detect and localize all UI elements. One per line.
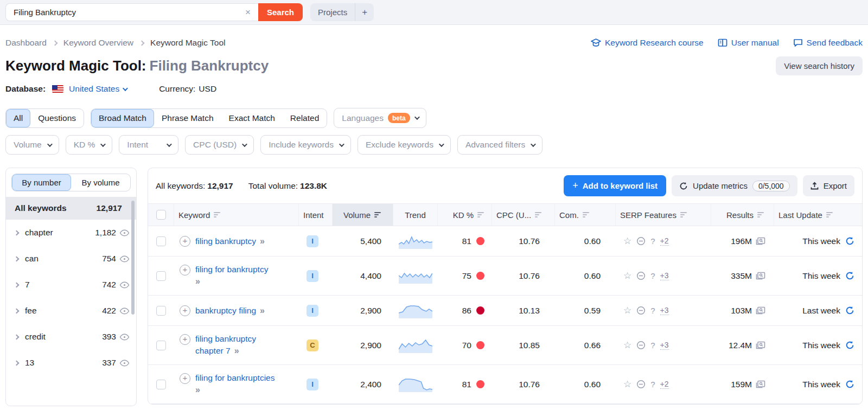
col-last-update[interactable]: Last Update <box>774 204 862 226</box>
chevron-right-icon[interactable] <box>14 282 20 287</box>
row-checkbox[interactable] <box>156 306 166 316</box>
refresh-icon[interactable] <box>845 341 854 350</box>
serp-preview-icon[interactable] <box>756 237 765 246</box>
cpc-filter[interactable]: CPC (USD) <box>185 135 254 155</box>
all-keywords-group[interactable]: All keywords 12,917 <box>6 197 136 220</box>
serp-preview-icon[interactable] <box>756 341 765 350</box>
sort-icon[interactable] <box>214 212 220 217</box>
database-selector[interactable]: United States <box>69 84 126 94</box>
serp-more-badge[interactable]: +3 <box>660 271 669 280</box>
sidebar-group-credit[interactable]: credit 393 <box>6 324 136 350</box>
featured-snippet-icon[interactable]: ☆ <box>623 305 631 316</box>
people-also-ask-icon[interactable]: ? <box>650 271 655 280</box>
add-to-keyword-list-button[interactable]: + Add to keyword list <box>564 175 666 196</box>
advanced-filters[interactable]: Advanced filters <box>457 135 542 155</box>
sitelinks-icon[interactable] <box>636 306 646 315</box>
volume-filter[interactable]: Volume <box>5 135 59 155</box>
search-input[interactable] <box>14 8 243 17</box>
exclude-keywords-filter[interactable]: Exclude keywords <box>358 135 451 155</box>
row-checkbox[interactable] <box>156 236 166 246</box>
expand-keyword-icon[interactable]: » <box>195 384 275 396</box>
chevron-right-icon[interactable] <box>14 256 20 261</box>
chevron-right-icon[interactable] <box>14 360 20 366</box>
sidebar-scrollbar[interactable] <box>131 201 135 315</box>
featured-snippet-icon[interactable]: ☆ <box>623 379 631 390</box>
sort-icon[interactable] <box>826 212 833 217</box>
keyword-link[interactable]: filing bankruptcy chapter 7 <box>195 334 256 355</box>
sitelinks-icon[interactable] <box>636 341 646 350</box>
serp-more-badge[interactable]: +2 <box>660 236 669 246</box>
tab-questions[interactable]: Questions <box>30 109 84 127</box>
kd-filter[interactable]: KD % <box>66 135 113 155</box>
row-checkbox[interactable] <box>156 380 166 389</box>
add-keyword-icon[interactable]: + <box>180 373 190 384</box>
people-also-ask-icon[interactable]: ? <box>650 380 655 389</box>
add-project-button[interactable]: + <box>355 7 374 18</box>
refresh-icon[interactable] <box>845 271 854 280</box>
view-search-history-button[interactable]: View search history <box>776 56 863 75</box>
serp-more-badge[interactable]: +3 <box>660 306 669 315</box>
include-keywords-filter[interactable]: Include keywords <box>260 135 351 155</box>
keyword-link[interactable]: bankruptcy filing <box>195 306 256 315</box>
search-button[interactable]: Search <box>258 3 303 21</box>
featured-snippet-icon[interactable]: ☆ <box>623 270 631 281</box>
sort-icon[interactable] <box>477 212 484 217</box>
sort-icon-active[interactable] <box>374 212 381 217</box>
serp-preview-icon[interactable] <box>756 306 765 315</box>
col-kd[interactable]: KD % <box>438 204 492 226</box>
row-checkbox[interactable] <box>156 341 166 350</box>
eye-icon[interactable] <box>119 281 130 289</box>
eye-icon[interactable] <box>119 334 130 341</box>
sidebar-group-fee[interactable]: fee 422 <box>6 298 136 324</box>
add-keyword-icon[interactable]: + <box>180 236 190 247</box>
intent-filter[interactable]: Intent <box>119 135 178 155</box>
chevron-right-icon[interactable] <box>14 334 20 339</box>
serp-more-badge[interactable]: +2 <box>660 380 669 389</box>
eye-icon[interactable] <box>119 308 130 315</box>
tab-all[interactable]: All <box>6 109 30 127</box>
eye-icon[interactable] <box>119 255 130 262</box>
sitelinks-icon[interactable] <box>636 380 646 389</box>
sort-icon[interactable] <box>583 212 589 217</box>
tab-exact-match[interactable]: Exact Match <box>221 109 283 127</box>
sidebar-group-can[interactable]: can 754 <box>6 246 136 272</box>
people-also-ask-icon[interactable]: ? <box>650 341 655 350</box>
user-manual-link[interactable]: User manual <box>718 38 779 48</box>
tab-phrase-match[interactable]: Phrase Match <box>154 109 221 127</box>
serp-more-badge[interactable]: +3 <box>660 341 669 350</box>
refresh-icon[interactable] <box>845 306 854 315</box>
select-all-checkbox[interactable] <box>156 210 166 220</box>
intent-badge[interactable]: I <box>307 270 318 282</box>
col-keyword[interactable]: Keyword <box>174 204 299 226</box>
update-metrics-button[interactable]: Update metrics 0/5,000 <box>672 175 797 196</box>
sitelinks-icon[interactable] <box>636 271 646 280</box>
people-also-ask-icon[interactable]: ? <box>650 236 655 246</box>
chevron-right-icon[interactable] <box>14 230 20 235</box>
add-keyword-icon[interactable]: + <box>180 265 190 276</box>
breadcrumb-dashboard[interactable]: Dashboard <box>5 38 47 48</box>
sitelinks-icon[interactable] <box>636 236 646 246</box>
intent-badge[interactable]: I <box>307 235 318 247</box>
projects-button[interactable]: Projects <box>310 8 355 17</box>
people-also-ask-icon[interactable]: ? <box>650 306 655 315</box>
tab-broad-match[interactable]: Broad Match <box>91 109 154 127</box>
col-serp-features[interactable]: SERP Features <box>616 204 711 226</box>
sort-icon[interactable] <box>680 212 687 217</box>
languages-dropdown[interactable]: Languages beta <box>334 108 426 128</box>
refresh-icon[interactable] <box>845 236 854 246</box>
featured-snippet-icon[interactable]: ☆ <box>623 235 631 247</box>
refresh-icon[interactable] <box>845 380 854 389</box>
tab-related[interactable]: Related <box>283 109 327 127</box>
eye-icon[interactable] <box>119 229 130 236</box>
row-checkbox[interactable] <box>156 271 166 281</box>
keyword-research-course-link[interactable]: Keyword Research course <box>591 38 704 48</box>
sidebar-group-7[interactable]: 7 742 <box>6 272 136 298</box>
sort-icon[interactable] <box>757 212 764 217</box>
eye-icon[interactable] <box>119 360 130 367</box>
sidebar-group-13[interactable]: 13 337 <box>6 350 136 376</box>
col-com[interactable]: Com. <box>555 204 616 226</box>
sort-by-number-tab[interactable]: By number <box>12 174 71 191</box>
col-cpc[interactable]: CPC (U... <box>492 204 555 226</box>
serp-preview-icon[interactable] <box>756 380 765 389</box>
expand-keyword-icon[interactable]: » <box>260 306 264 315</box>
